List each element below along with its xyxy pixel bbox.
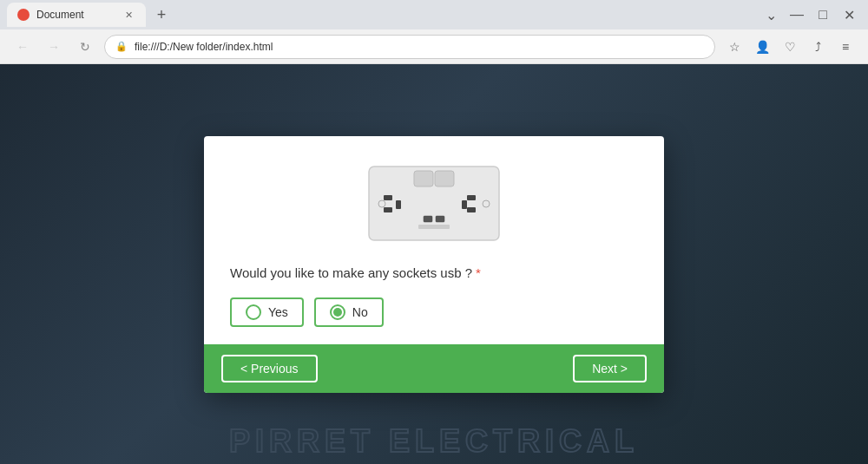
question-container: Would you like to make any sockets usb ?… bbox=[230, 265, 481, 280]
modal-footer: < Previous Next > bbox=[204, 344, 664, 393]
previous-btn[interactable]: < Previous bbox=[221, 355, 318, 382]
radio-yes-outer bbox=[246, 304, 261, 320]
svg-rect-17 bbox=[418, 225, 450, 229]
minimize-btn[interactable]: ⌄ bbox=[759, 3, 783, 27]
new-tab-btn[interactable]: + bbox=[149, 3, 174, 27]
nav-bar: ← → ↻ 🔒 file:///D:/New folder/index.html… bbox=[0, 29, 868, 64]
tab-bar: Document ✕ + ⌄ — □ ✕ bbox=[0, 0, 868, 29]
tab-title: Document bbox=[36, 9, 84, 21]
socket-image-container bbox=[365, 162, 503, 245]
modal: Would you like to make any sockets usb ?… bbox=[204, 136, 664, 393]
bookmark-icon[interactable]: ☆ bbox=[722, 35, 746, 59]
required-star: * bbox=[476, 265, 481, 280]
next-btn[interactable]: Next > bbox=[573, 355, 647, 382]
forward-btn[interactable]: → bbox=[42, 35, 66, 59]
refresh-btn[interactable]: ↻ bbox=[73, 35, 97, 59]
svg-point-0 bbox=[19, 10, 28, 19]
lock-icon: 🔒 bbox=[115, 41, 128, 52]
profile-icon[interactable]: 👤 bbox=[750, 35, 774, 59]
svg-rect-16 bbox=[436, 216, 444, 222]
bg-logo-text: PIRRET ELECTRICAL bbox=[229, 423, 639, 460]
svg-rect-14 bbox=[462, 200, 467, 209]
maximize-btn[interactable]: — bbox=[785, 3, 809, 27]
menu-icon[interactable]: ≡ bbox=[833, 35, 858, 59]
window-controls: ⌄ — □ ✕ bbox=[759, 3, 861, 27]
back-btn[interactable]: ← bbox=[10, 35, 35, 59]
socket-svg bbox=[365, 162, 503, 245]
svg-rect-10 bbox=[384, 207, 392, 212]
tab-favicon bbox=[17, 9, 30, 21]
address-bar[interactable]: 🔒 file:///D:/New folder/index.html bbox=[104, 35, 715, 59]
tab-close-btn[interactable]: ✕ bbox=[122, 8, 135, 22]
radio-no-inner bbox=[333, 308, 342, 317]
option-yes-btn[interactable]: Yes bbox=[230, 297, 304, 327]
option-no-btn[interactable]: No bbox=[314, 297, 384, 327]
modal-body: Would you like to make any sockets usb ?… bbox=[204, 136, 664, 344]
option-yes-label: Yes bbox=[268, 305, 288, 319]
svg-rect-15 bbox=[424, 216, 432, 222]
restore-btn[interactable]: □ bbox=[811, 3, 835, 27]
heart-icon[interactable]: ♡ bbox=[778, 35, 802, 59]
radio-no-outer bbox=[330, 304, 345, 320]
svg-rect-11 bbox=[396, 200, 401, 209]
question-text: Would you like to make any sockets usb ? bbox=[230, 265, 472, 280]
svg-rect-12 bbox=[467, 195, 476, 200]
option-no-label: No bbox=[352, 305, 368, 319]
svg-rect-13 bbox=[467, 207, 476, 212]
options-group: Yes No bbox=[230, 297, 384, 327]
svg-rect-9 bbox=[384, 195, 392, 200]
address-text: file:///D:/New folder/index.html bbox=[135, 41, 273, 53]
svg-rect-6 bbox=[435, 171, 454, 186]
active-tab[interactable]: Document ✕ bbox=[7, 3, 146, 27]
page-background: W PIRRET ELECTRICAL bbox=[0, 64, 868, 464]
svg-rect-5 bbox=[414, 171, 433, 186]
nav-icon-group: ☆ 👤 ♡ ⤴ ≡ bbox=[722, 35, 858, 59]
share-icon[interactable]: ⤴ bbox=[806, 35, 830, 59]
svg-rect-4 bbox=[369, 167, 499, 240]
browser-chrome: Document ✕ + ⌄ — □ ✕ ← → ↻ 🔒 file:///D:/… bbox=[0, 0, 868, 64]
close-win-btn[interactable]: ✕ bbox=[837, 3, 861, 27]
